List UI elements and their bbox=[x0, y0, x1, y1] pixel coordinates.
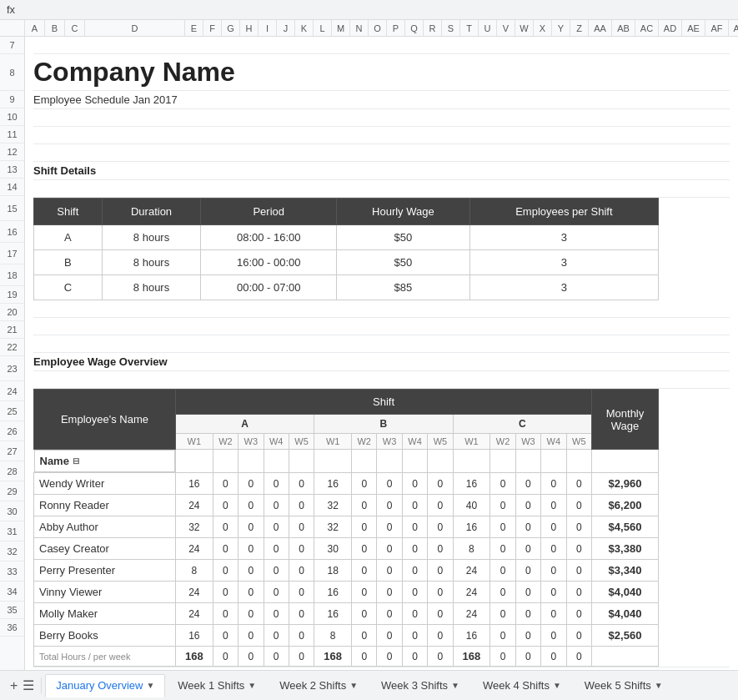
c-week-4: 0 bbox=[541, 560, 566, 582]
tab-week2[interactable]: Week 2 Shifts ▼ bbox=[269, 674, 369, 697]
c-week-1: 24 bbox=[453, 603, 490, 625]
shift-c-wage: $85 bbox=[337, 275, 470, 300]
c-week-3: 0 bbox=[515, 560, 540, 582]
b-week-4: 0 bbox=[402, 495, 427, 516]
c-week-3: 0 bbox=[515, 538, 540, 560]
row-19-content bbox=[33, 318, 730, 335]
col-d: D bbox=[85, 20, 185, 37]
c-w2: W2 bbox=[490, 434, 515, 450]
tab-week5-label: Week 5 Shifts bbox=[585, 679, 651, 692]
add-sheet-icon[interactable]: + bbox=[10, 678, 18, 693]
a-week-1: 32 bbox=[176, 516, 213, 538]
col-j: J bbox=[277, 20, 295, 37]
a-week-4: 0 bbox=[264, 516, 289, 538]
total-b-5: 0 bbox=[428, 647, 453, 667]
employee-row: Casey Creator24000030000080000$3,380 bbox=[34, 538, 659, 560]
shift-a: A bbox=[34, 225, 103, 250]
row-7-content bbox=[33, 37, 730, 54]
c-week-4: 0 bbox=[541, 495, 566, 516]
col-p: P bbox=[387, 20, 405, 37]
a-week-2: 0 bbox=[213, 560, 238, 582]
a-week-4: 0 bbox=[264, 625, 289, 647]
tab-week1[interactable]: Week 1 Shifts ▼ bbox=[167, 674, 267, 697]
total-c-3: 0 bbox=[515, 647, 540, 667]
c-week-3: 0 bbox=[515, 603, 540, 625]
tab-week5[interactable]: Week 5 Shifts ▼ bbox=[574, 674, 674, 697]
a-week-5: 0 bbox=[289, 582, 314, 603]
row-26: 26 bbox=[0, 421, 25, 441]
row-33: 33 bbox=[0, 562, 25, 582]
row-36: 36 bbox=[0, 619, 25, 637]
row-14-content bbox=[33, 180, 730, 198]
shift-c-period: 00:00 - 07:00 bbox=[201, 275, 337, 300]
c-week-4: 0 bbox=[541, 603, 566, 625]
col-aa: AA bbox=[589, 20, 612, 37]
row-32: 32 bbox=[0, 541, 25, 562]
filter-icon[interactable]: ⊟ bbox=[73, 456, 79, 466]
col-r: R bbox=[424, 20, 442, 37]
tab-week3[interactable]: Week 3 Shifts ▼ bbox=[370, 674, 470, 697]
b-week-3: 0 bbox=[377, 495, 402, 516]
row-13-content: Shift Details bbox=[33, 162, 730, 180]
c-week-3: 0 bbox=[515, 516, 540, 538]
company-subtitle: Employee Schedule Jan 2017 bbox=[33, 93, 178, 106]
b-w5: W5 bbox=[428, 434, 453, 450]
total-c-2: 0 bbox=[490, 647, 515, 667]
tab-week4[interactable]: Week 4 Shifts ▼ bbox=[472, 674, 572, 697]
col-u: U bbox=[479, 20, 497, 37]
b-week-2: 0 bbox=[352, 625, 377, 647]
employee-monthly-wage: $3,340 bbox=[592, 560, 659, 582]
b-week-2: 0 bbox=[352, 495, 377, 516]
a-week-4: 0 bbox=[264, 582, 289, 603]
c-week-3: 0 bbox=[515, 625, 540, 647]
employee-monthly-wage: $2,560 bbox=[592, 625, 659, 647]
c-week-1: 24 bbox=[453, 582, 490, 603]
total-c-1: 168 bbox=[453, 647, 490, 667]
b-week-1: 30 bbox=[314, 538, 352, 560]
b-week-1: 32 bbox=[314, 495, 352, 516]
shift-details-label: Shift Details bbox=[33, 164, 96, 177]
tab-week5-arrow: ▼ bbox=[655, 681, 663, 690]
a-week-5: 0 bbox=[289, 538, 314, 560]
total-c-5: 0 bbox=[566, 647, 592, 667]
row-23: 23 bbox=[0, 356, 25, 381]
tab-week2-label: Week 2 Shifts bbox=[279, 679, 346, 692]
row-31: 31 bbox=[0, 521, 25, 541]
c-week-5: 0 bbox=[566, 495, 592, 516]
tab-january-overview[interactable]: January Overview ▼ bbox=[45, 674, 165, 697]
c-week-1: 16 bbox=[453, 625, 490, 647]
employee-name-header: Employee's Name bbox=[34, 390, 176, 450]
a-week-3: 0 bbox=[238, 538, 264, 560]
a-w5: W5 bbox=[289, 434, 314, 450]
a-week-3: 0 bbox=[238, 603, 264, 625]
b-week-4: 0 bbox=[402, 603, 427, 625]
a-week-2: 0 bbox=[213, 582, 238, 603]
col-h: H bbox=[240, 20, 259, 37]
b-w1: W1 bbox=[314, 434, 352, 450]
total-b-3: 0 bbox=[377, 647, 402, 667]
shift-a-period: 08:00 - 16:00 bbox=[201, 225, 337, 250]
col-ag: AG bbox=[729, 20, 738, 37]
row-12-content bbox=[33, 144, 730, 162]
employee-row: Vinny Viewer240000160000240000$4,040 bbox=[34, 582, 659, 603]
sheet-content[interactable]: Company Name Employee Schedule Jan 2017 … bbox=[25, 37, 738, 670]
employee-name: Molly Maker bbox=[34, 603, 176, 625]
c-week-5: 0 bbox=[566, 560, 592, 582]
tab-week2-arrow: ▼ bbox=[349, 681, 358, 690]
b-week-5: 0 bbox=[428, 560, 453, 582]
tab-bar-icons: + ☰ bbox=[3, 677, 42, 693]
row-24: 24 bbox=[0, 381, 25, 401]
total-b-1: 168 bbox=[314, 647, 352, 667]
employee-monthly-wage: $4,040 bbox=[592, 603, 659, 625]
total-b-2: 0 bbox=[352, 647, 377, 667]
col-m: M bbox=[332, 20, 350, 37]
row-22-content bbox=[33, 371, 730, 389]
shift-b-period: 16:00 - 00:00 bbox=[201, 250, 337, 275]
wage-col-header: Hourly Wage bbox=[337, 199, 470, 225]
b-week-1: 8 bbox=[314, 625, 352, 647]
column-headers: A B C D E F G H I J K L M N O P Q R S T … bbox=[0, 20, 738, 37]
row-30: 30 bbox=[0, 501, 25, 521]
c-week-2: 0 bbox=[490, 603, 515, 625]
menu-icon[interactable]: ☰ bbox=[23, 677, 34, 693]
c-week-3: 0 bbox=[515, 582, 540, 603]
